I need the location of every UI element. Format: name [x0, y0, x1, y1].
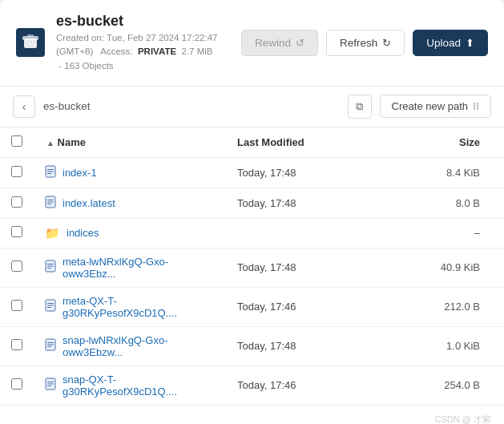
- refresh-button[interactable]: Refresh ↻: [326, 30, 405, 56]
- cell-size: 8.0 B: [354, 188, 504, 218]
- watermark: CSDN @ 才紫: [0, 406, 504, 424]
- svg-rect-10: [47, 204, 51, 204]
- cell-check: [0, 326, 34, 365]
- table-row: snap-QX-T-g30RKyPesofX9cD1Q.... Today, 1…: [0, 365, 504, 405]
- col-header-size: Size: [354, 127, 504, 158]
- file-info: snap-lwNRxlKgQ-Gxo-oww3Ebzw...: [45, 334, 215, 358]
- file-name-link[interactable]: meta-QX-T-g30RKyPesofX9cD1Q....: [62, 295, 215, 319]
- file-icon: [45, 196, 56, 211]
- cell-check: [0, 365, 34, 405]
- cell-modified: Today, 17:46: [226, 365, 354, 405]
- cell-name: meta-lwNRxlKgQ-Gxo-oww3Ebz...: [34, 248, 226, 287]
- cell-check: [0, 157, 34, 188]
- col-header-check: [0, 127, 34, 158]
- select-all-checkbox[interactable]: [11, 135, 22, 147]
- file-icon: [45, 299, 56, 314]
- svg-rect-2: [27, 34, 34, 37]
- breadcrumb-path: es-bucket: [43, 97, 340, 115]
- col-header-name: ▲ Name: [34, 127, 226, 158]
- cell-size: 8.4 KiB: [354, 157, 504, 188]
- copy-path-button[interactable]: ⧉: [348, 95, 372, 119]
- svg-rect-17: [47, 305, 54, 306]
- cell-name: snap-lwNRxlKgQ-Gxo-oww3Ebzw...: [34, 326, 226, 365]
- file-name-link[interactable]: index-1: [62, 167, 97, 179]
- file-info: meta-QX-T-g30RKyPesofX9cD1Q....: [45, 295, 215, 319]
- bucket-meta: Created on: Tue, Feb 27 2024 17:22:47 (G…: [56, 31, 230, 73]
- access-value: PRIVATE: [138, 46, 176, 56]
- create-path-icon: ⁞⁞: [473, 100, 479, 112]
- copy-icon: ⧉: [356, 100, 363, 113]
- svg-rect-16: [47, 303, 54, 304]
- row-checkbox-1[interactable]: [11, 196, 22, 208]
- svg-rect-12: [47, 264, 54, 264]
- file-info: snap-QX-T-g30RKyPesofX9cD1Q....: [45, 374, 215, 398]
- header-actions: Rewind ↺ Refresh ↻ Upload ⬆: [241, 30, 488, 56]
- upload-icon: ⬆: [466, 37, 474, 49]
- sort-icon: ▲: [46, 139, 54, 147]
- svg-rect-13: [47, 266, 54, 267]
- refresh-label: Refresh: [340, 37, 377, 49]
- svg-rect-24: [47, 382, 54, 382]
- cell-size: 212.0 B: [354, 287, 504, 326]
- folder-icon: 📁: [45, 226, 60, 240]
- cell-name: snap-QX-T-g30RKyPesofX9cD1Q....: [34, 365, 226, 405]
- col-modified-label: Last Modified: [237, 136, 304, 148]
- file-info: index-1: [45, 165, 97, 180]
- create-path-button[interactable]: Create new path ⁞⁞: [380, 95, 491, 118]
- table-row: meta-QX-T-g30RKyPesofX9cD1Q.... Today, 1…: [0, 287, 504, 326]
- created-label: Created on:: [56, 33, 104, 42]
- row-checkbox-6[interactable]: [11, 378, 22, 390]
- cell-check: [0, 188, 34, 218]
- file-name-link[interactable]: snap-lwNRxlKgQ-Gxo-oww3Ebzw...: [62, 334, 215, 358]
- table-header: ▲ Name Last Modified Size: [0, 127, 504, 158]
- svg-rect-26: [47, 386, 51, 386]
- back-button[interactable]: ‹: [13, 95, 35, 118]
- row-checkbox-3[interactable]: [11, 260, 22, 272]
- create-path-label: Create new path: [392, 100, 468, 112]
- svg-rect-18: [47, 307, 51, 308]
- table-row: index.latest Today, 17:48 8.0 B: [0, 188, 504, 218]
- cell-name: 📁 indices: [34, 218, 226, 248]
- svg-rect-9: [47, 201, 54, 202]
- cell-modified: Today, 17:48: [226, 326, 354, 365]
- row-checkbox-5[interactable]: [11, 339, 22, 350]
- cell-modified: Today, 17:48: [226, 248, 354, 287]
- bucket-info: es-bucket Created on: Tue, Feb 27 2024 1…: [56, 13, 230, 73]
- file-icon: [45, 260, 56, 275]
- file-name-link[interactable]: snap-QX-T-g30RKyPesofX9cD1Q....: [62, 374, 215, 398]
- cell-modified: Today, 17:48: [226, 188, 354, 218]
- file-info: meta-lwNRxlKgQ-Gxo-oww3Ebz...: [45, 256, 215, 280]
- file-name-link[interactable]: indices: [67, 227, 99, 239]
- bucket-icon: [16, 28, 45, 57]
- upload-button[interactable]: Upload ⬆: [413, 30, 488, 56]
- row-checkbox-4[interactable]: [11, 300, 22, 311]
- file-name-link[interactable]: meta-lwNRxlKgQ-Gxo-oww3Ebz...: [62, 256, 215, 280]
- file-table: ▲ Name Last Modified Size: [0, 127, 504, 406]
- breadcrumb-bar: ‹ es-bucket ⧉ Create new path ⁞⁞: [0, 87, 504, 127]
- cell-check: [0, 287, 34, 326]
- refresh-icon: ↻: [382, 37, 391, 49]
- row-checkbox-2[interactable]: [11, 226, 22, 237]
- svg-rect-5: [47, 171, 54, 172]
- svg-rect-21: [47, 345, 54, 345]
- upload-label: Upload: [426, 37, 461, 49]
- cell-check: [0, 248, 34, 287]
- back-icon: ‹: [22, 100, 26, 113]
- cell-name: index.latest: [34, 188, 226, 218]
- file-info: 📁 indices: [45, 226, 99, 240]
- row-checkbox-0[interactable]: [11, 166, 22, 177]
- col-name-label: Name: [58, 136, 86, 148]
- table-row: 📁 indices –: [0, 218, 504, 248]
- svg-rect-8: [47, 200, 54, 200]
- cell-modified: Today, 17:48: [226, 157, 354, 188]
- objects-value: 163 Objects: [64, 61, 113, 71]
- size-value: 2.7 MiB: [181, 46, 212, 56]
- bucket-name: es-bucket: [56, 13, 230, 30]
- svg-rect-6: [47, 173, 51, 174]
- file-icon: [45, 165, 56, 180]
- rewind-button[interactable]: Rewind ↺: [241, 30, 318, 56]
- cell-size: –: [354, 218, 504, 248]
- table-body: index-1 Today, 17:48 8.4 KiB: [0, 157, 504, 405]
- file-name-link[interactable]: index.latest: [62, 197, 115, 209]
- main-card: es-bucket Created on: Tue, Feb 27 2024 1…: [0, 0, 504, 424]
